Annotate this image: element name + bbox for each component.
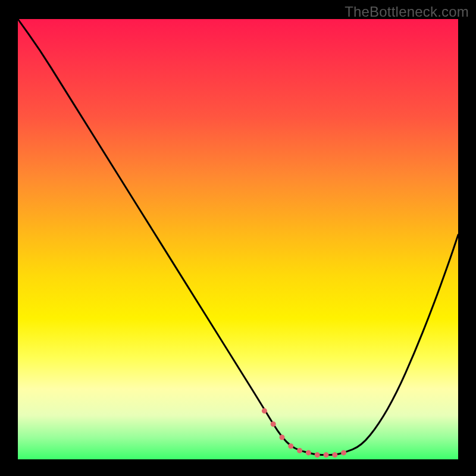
highlight-dot — [315, 452, 320, 458]
highlight-dot — [280, 435, 285, 440]
highlight-dot — [332, 452, 337, 458]
highlight-dot — [262, 408, 267, 414]
highlight-dot — [297, 448, 302, 453]
highlight-dot — [306, 450, 311, 455]
highlight-dot — [271, 421, 276, 427]
highlight-dot — [324, 452, 329, 458]
chart-container: TheBottleneck.com — [0, 0, 476, 476]
bottleneck-curve — [18, 19, 458, 455]
watermark-text: TheBottleneck.com — [345, 4, 469, 20]
marker-group — [262, 408, 346, 458]
curve-layer — [18, 19, 458, 459]
highlight-dot — [288, 443, 293, 449]
plot-area — [18, 19, 458, 459]
highlight-dot — [341, 450, 346, 455]
